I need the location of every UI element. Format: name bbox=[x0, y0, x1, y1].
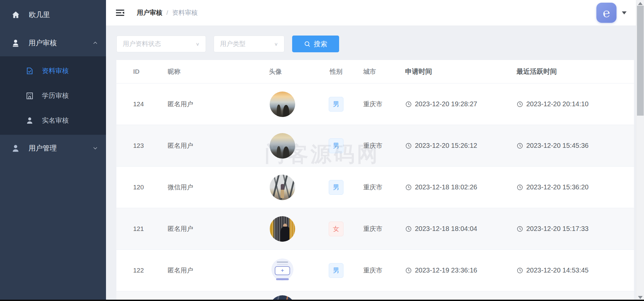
account-caret-down-icon[interactable] bbox=[622, 11, 627, 14]
clock-icon bbox=[405, 267, 412, 274]
gender-badge: 男 bbox=[329, 138, 343, 153]
select-placeholder: 用户资料状态 bbox=[123, 40, 161, 48]
cell-city: 重庆市 bbox=[355, 183, 395, 192]
col-header-nickname: 昵称 bbox=[167, 67, 247, 76]
table-row: 122匿名用户+男重庆市2023-12-19 23:36:162023-12-2… bbox=[116, 250, 634, 291]
scroll-down-arrow-icon[interactable] bbox=[638, 296, 643, 299]
cell-active-time: 2023-12-20 20:14:10 bbox=[516, 100, 634, 108]
filter-bar: 用户资料状态 ∨ 用户类型 ∨ 搜索 bbox=[116, 36, 339, 52]
cell-nickname: 微信用户 bbox=[167, 183, 247, 192]
account-avatar[interactable]: ℮ bbox=[596, 3, 616, 23]
sidebar-item-profile-audit[interactable]: 资料审核 bbox=[0, 58, 106, 83]
home-icon bbox=[11, 10, 20, 19]
sidebar-item-label: 实名审核 bbox=[42, 116, 69, 125]
table-card: ID 昵称 头像 性别 城市 申请时间 最近活跃时间 124匿名用户男重庆市20… bbox=[116, 60, 634, 301]
clock-icon bbox=[405, 101, 412, 108]
gender-badge: 男 bbox=[329, 97, 343, 112]
cell-id: 121 bbox=[133, 225, 167, 233]
window-bottom-edge bbox=[0, 300, 644, 301]
user-avatar-image: + bbox=[270, 258, 295, 283]
sidebar-item-home[interactable]: 欧几里 bbox=[0, 0, 106, 29]
user-stamp-icon bbox=[11, 39, 20, 48]
school-building-icon bbox=[25, 92, 34, 100]
vertical-scrollbar[interactable] bbox=[636, 0, 644, 301]
cell-id: 124 bbox=[133, 101, 167, 108]
col-header-city: 城市 bbox=[355, 67, 395, 76]
cell-active-time: 2023-12-20 15:36:20 bbox=[516, 183, 634, 191]
cell-avatar: + bbox=[247, 258, 318, 283]
chevron-down-icon: ∨ bbox=[274, 41, 278, 46]
person-icon bbox=[25, 116, 34, 125]
cell-avatar bbox=[247, 133, 318, 159]
chevron-down-icon bbox=[93, 145, 98, 151]
sidebar-item-user-audit[interactable]: 用户审核 bbox=[0, 29, 106, 56]
cell-nickname: 匿名用户 bbox=[167, 225, 247, 233]
cell-id: 120 bbox=[133, 184, 167, 191]
table-row: 123匿名用户男重庆市2023-12-20 15:26:122023-12-20… bbox=[116, 125, 634, 167]
cell-apply-time: 2023-12-20 19:28:27 bbox=[395, 100, 516, 108]
chevron-up-icon bbox=[93, 40, 98, 46]
clock-icon bbox=[405, 142, 412, 149]
sidebar-item-label: 资料审核 bbox=[42, 66, 69, 75]
sidebar-item-label: 用户审核 bbox=[29, 38, 57, 48]
user-type-select[interactable]: 用户类型 ∨ bbox=[214, 36, 284, 52]
clock-icon bbox=[517, 101, 523, 108]
select-placeholder: 用户类型 bbox=[220, 40, 246, 48]
gender-badge: 男 bbox=[329, 263, 343, 278]
cell-city: 重庆市 bbox=[355, 100, 395, 109]
col-header-apply-time: 申请时间 bbox=[395, 67, 516, 76]
cell-apply-time: 2023-12-19 23:36:16 bbox=[395, 266, 516, 274]
person-icon bbox=[11, 144, 20, 153]
sidebar-item-label: 学历审核 bbox=[42, 91, 69, 100]
cell-avatar bbox=[247, 92, 318, 117]
table-row: 120微信用户男重庆市2023-12-18 18:02:262023-12-20… bbox=[116, 167, 634, 208]
placeholder-button bbox=[276, 278, 289, 280]
scroll-up-arrow-icon[interactable] bbox=[638, 2, 643, 5]
breadcrumb-section[interactable]: 用户审核 bbox=[137, 8, 162, 17]
col-header-gender: 性别 bbox=[318, 67, 355, 76]
collapse-sidebar-icon[interactable] bbox=[115, 8, 125, 17]
cell-apply-time: 2023-12-20 15:26:12 bbox=[395, 142, 516, 149]
profile-status-select[interactable]: 用户资料状态 ∨ bbox=[116, 36, 206, 52]
sidebar-item-label: 用户管理 bbox=[29, 143, 57, 153]
clock-icon bbox=[517, 142, 523, 149]
table-header: ID 昵称 头像 性别 城市 申请时间 最近活跃时间 bbox=[116, 60, 634, 83]
sidebar-submenu-user-audit: 资料审核 学历审核 实名审核 bbox=[0, 56, 106, 135]
gender-badge: 男 bbox=[329, 180, 343, 195]
cell-city: 重庆市 bbox=[355, 141, 395, 150]
breadcrumb-current: 资料审核 bbox=[172, 8, 198, 17]
cell-apply-time: 2023-12-18 18:02:26 bbox=[395, 183, 516, 191]
sidebar-item-education-audit[interactable]: 学历审核 bbox=[0, 83, 106, 108]
cell-nickname: 匿名用户 bbox=[167, 100, 247, 109]
clock-icon bbox=[517, 184, 523, 191]
breadcrumb: 用户审核 / 资料审核 bbox=[137, 8, 198, 17]
placeholder-lines bbox=[277, 261, 288, 263]
clock-icon bbox=[405, 184, 412, 191]
user-avatar-image bbox=[270, 92, 295, 117]
sidebar-item-realname-audit[interactable]: 实名审核 bbox=[0, 108, 106, 133]
chevron-down-icon: ∨ bbox=[196, 41, 200, 46]
col-header-id: ID bbox=[133, 68, 167, 75]
cell-avatar bbox=[247, 216, 318, 242]
logo-glyph-icon: ℮ bbox=[602, 5, 611, 20]
table-row: 124匿名用户男重庆市2023-12-20 19:28:272023-12-20… bbox=[116, 83, 634, 125]
cell-avatar bbox=[247, 175, 318, 200]
cell-city: 重庆市 bbox=[355, 266, 395, 275]
table-row: 121匿名用户女重庆市2023-12-18 18:04:042023-12-20… bbox=[116, 208, 634, 250]
brand-label: 欧几里 bbox=[29, 10, 50, 19]
breadcrumb-separator: / bbox=[166, 9, 168, 16]
scrollbar-thumb[interactable] bbox=[637, 6, 644, 116]
document-check-icon bbox=[25, 67, 34, 75]
cell-apply-time: 2023-12-18 18:04:04 bbox=[395, 225, 516, 233]
clock-icon bbox=[517, 226, 523, 232]
table-body: 124匿名用户男重庆市2023-12-20 19:28:272023-12-20… bbox=[116, 83, 634, 301]
user-avatar-image bbox=[270, 216, 295, 242]
clock-icon bbox=[405, 226, 412, 232]
cell-city: 重庆市 bbox=[355, 225, 395, 233]
user-avatar-image bbox=[270, 133, 295, 159]
gender-badge: 女 bbox=[329, 222, 343, 236]
search-button[interactable]: 搜索 bbox=[292, 36, 339, 52]
user-avatar-image bbox=[270, 175, 295, 200]
sidebar-item-user-mgmt[interactable]: 用户管理 bbox=[0, 135, 106, 162]
cell-gender: 女 bbox=[318, 222, 355, 236]
